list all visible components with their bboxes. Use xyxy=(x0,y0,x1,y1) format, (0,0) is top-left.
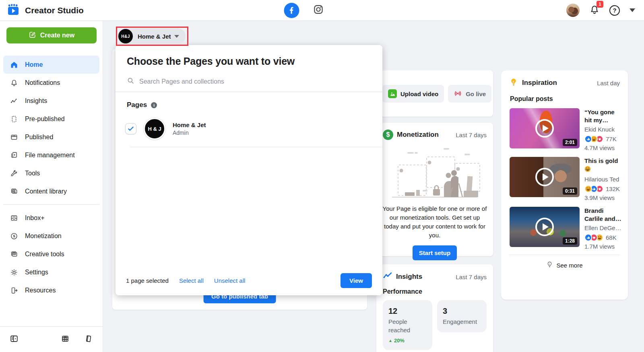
like-reaction-icon xyxy=(584,135,592,143)
post-title[interactable]: Brandi Carlile and… xyxy=(584,207,622,223)
performance-section-title: Performance xyxy=(376,282,493,295)
see-more-label: See more xyxy=(556,262,582,269)
reaction-count: 77K xyxy=(606,136,617,142)
sidebar-item-monetization[interactable]: $ Monetization xyxy=(3,227,99,245)
lightbulb-outline-icon xyxy=(546,261,553,269)
search-icon xyxy=(127,77,134,86)
sidebar-item-inbox[interactable]: Inbox+ xyxy=(3,209,99,227)
monetization-title: Monetization xyxy=(397,131,439,139)
select-all-link[interactable]: Select all xyxy=(179,277,204,284)
lightbulb-icon xyxy=(509,78,518,88)
info-icon[interactable]: i xyxy=(151,102,157,108)
sidebar-item-label: Settings xyxy=(25,269,48,276)
sidebar-item-home[interactable]: Home xyxy=(3,56,99,74)
page-selector-dropdown[interactable]: H&J Home & Jet xyxy=(118,28,186,44)
monetization-card: $ Monetization Last 7 days Your Page is … xyxy=(376,123,493,256)
brand: Creator Studio xyxy=(0,3,84,18)
engagement-stat-tile[interactable]: 3 Engagement xyxy=(437,300,487,332)
post-title[interactable]: This is gold xyxy=(584,157,622,174)
door-exit-icon xyxy=(10,286,19,294)
sidebar-item-label: Tools xyxy=(25,170,40,177)
pages-section-header: Pages i xyxy=(116,92,382,111)
insights-chart-icon xyxy=(383,271,392,282)
facebook-tab-icon[interactable] xyxy=(284,3,299,18)
creator-studio-logo-icon xyxy=(6,3,20,18)
user-avatar[interactable] xyxy=(566,4,580,17)
insights-title: Insights xyxy=(396,273,422,281)
sidebar-item-label: Insights xyxy=(25,97,47,105)
video-upload-icon xyxy=(388,89,397,98)
stat-delta: 20% xyxy=(394,338,405,344)
page-selector-label: Home & Jet xyxy=(138,33,171,40)
people-reached-stat-tile[interactable]: 12 People reached ▲20% xyxy=(383,300,432,350)
post-views: 1.7M views xyxy=(584,243,622,250)
inspiration-card: Inspiration Last day Popular posts 2:01 … xyxy=(501,70,628,300)
search-pages-input[interactable] xyxy=(139,78,371,85)
page-avatar: H & J xyxy=(144,118,165,140)
sidebar-item-pre-published[interactable]: Pre-published xyxy=(3,110,99,128)
insights-icon xyxy=(10,97,19,105)
sidebar-item-label: Creative tools xyxy=(25,251,64,258)
inbox-tray-icon xyxy=(10,214,19,222)
book-icon[interactable] xyxy=(84,334,93,345)
account-menu-caret-icon[interactable] xyxy=(630,8,635,12)
page-checkbox[interactable] xyxy=(125,123,136,134)
top-bar: Creator Studio 1 ? xyxy=(0,0,644,21)
sidebar-item-creative-tools[interactable]: Creative tools xyxy=(3,245,99,263)
go-live-button[interactable]: Go live xyxy=(448,85,491,103)
sidebar-item-resources[interactable]: Resources xyxy=(3,281,99,299)
video-thumbnail[interactable]: 0:31 xyxy=(510,157,580,197)
page-role: Admin xyxy=(173,130,206,136)
start-setup-button[interactable]: Start setup xyxy=(413,245,457,260)
play-icon xyxy=(535,168,554,186)
video-thumbnail[interactable]: 2:01 xyxy=(510,108,580,148)
inspiration-period: Last day xyxy=(597,80,620,86)
sidebar-nav: Home Notifications Insights Pre-publishe… xyxy=(0,50,103,299)
see-more-button[interactable]: See more xyxy=(501,255,628,275)
insights-period: Last 7 days xyxy=(456,274,487,280)
popular-post-item: 0:31 This is gold Hilarious Ted 132K 3.9… xyxy=(501,152,628,202)
upload-video-button[interactable]: Upload video xyxy=(382,85,444,103)
like-reaction-icon xyxy=(584,234,592,241)
sidebar-item-file-management[interactable]: File management xyxy=(3,146,99,164)
unselect-all-link[interactable]: Unselect all xyxy=(214,277,246,284)
sidebar-item-label: Monetization xyxy=(25,233,62,240)
create-new-button[interactable]: Create new xyxy=(6,27,97,43)
bell-icon xyxy=(10,79,19,87)
page-list-item[interactable]: H & J Home & Jet Admin xyxy=(116,111,382,147)
instagram-tab-icon[interactable] xyxy=(313,4,324,16)
calendar-grid-icon[interactable] xyxy=(61,334,70,345)
collapse-sidebar-icon[interactable] xyxy=(10,334,19,345)
video-thumbnail[interactable]: 1:28 xyxy=(510,207,580,247)
popular-post-item: 2:01 “You gone hit my… Ekid Knuck 77K 4.… xyxy=(501,103,628,152)
stat-label: Engagement xyxy=(443,317,481,326)
increase-arrow-icon: ▲ xyxy=(388,338,392,343)
choose-pages-modal: Choose the Pages you want to view Pages … xyxy=(116,45,382,295)
sidebar-item-notifications[interactable]: Notifications xyxy=(3,74,99,92)
quick-actions-card: Upload video Go live xyxy=(376,70,493,117)
sidebar-item-label: Content library xyxy=(25,188,67,195)
sidebar-item-settings[interactable]: Settings xyxy=(3,263,99,281)
video-file-icon xyxy=(10,151,19,159)
go-live-label: Go live xyxy=(466,91,486,97)
sidebar-item-label: File management xyxy=(25,152,75,159)
sidebar-item-tools[interactable]: Tools xyxy=(3,164,99,182)
sidebar-item-content-library[interactable]: Content library xyxy=(3,182,99,200)
help-icon[interactable]: ? xyxy=(609,5,620,16)
modal-footer: 1 page selected Select all Unselect all … xyxy=(116,266,382,295)
notifications-bell-icon[interactable]: 1 xyxy=(589,4,600,16)
sidebar-item-label: Published xyxy=(25,134,53,141)
sidebar-item-published[interactable]: Published xyxy=(3,128,99,146)
inspiration-title: Inspiration xyxy=(522,79,557,87)
sidebar-footer xyxy=(0,326,103,352)
page-avatar: H&J xyxy=(118,29,133,43)
selection-count-text: 1 page selected xyxy=(126,277,169,284)
post-views: 4.7M views xyxy=(584,144,622,151)
notification-badge: 1 xyxy=(597,1,603,8)
modal-title: Choose the Pages you want to view xyxy=(116,45,382,67)
view-button[interactable]: View xyxy=(341,273,372,288)
dollar-circle-icon: $ xyxy=(10,232,19,240)
post-title[interactable]: “You gone hit my… xyxy=(584,108,622,124)
popular-posts-title: Popular posts xyxy=(501,88,628,103)
sidebar-item-insights[interactable]: Insights xyxy=(3,92,99,110)
